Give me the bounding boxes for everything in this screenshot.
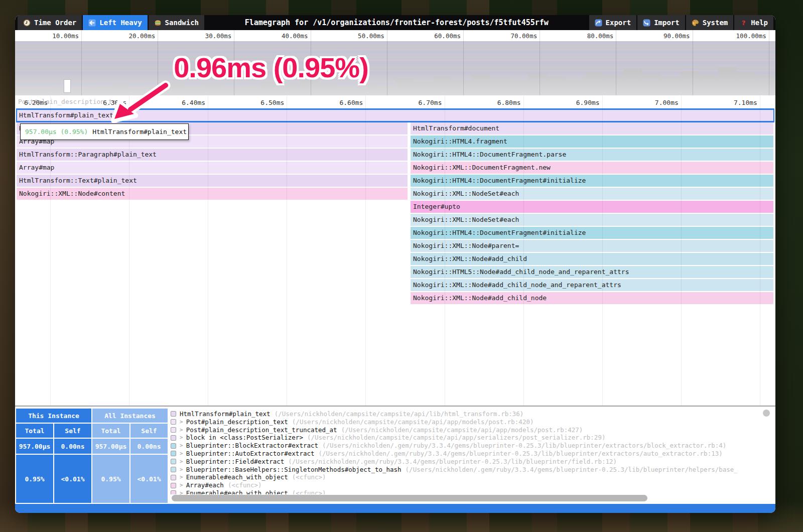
stats-col-header: Total (92, 424, 129, 438)
stats-value: 957.00µs (16, 439, 53, 454)
frame-color-swatch (171, 467, 176, 472)
annotation-arrow (104, 79, 180, 129)
child-chevron-icon: > (180, 473, 183, 481)
export-button[interactable]: Export (589, 15, 637, 30)
flame-bar[interactable]: Nokogiri::XML::Node#content (17, 188, 408, 200)
flame-bar[interactable]: Nokogiri::XML::NodeSet#each (411, 214, 773, 226)
stack-frame-name: block in <class:PostSerializer> (186, 434, 303, 442)
stack-list-row[interactable]: >Enumerable#each_with_object(<cfunc>) (171, 489, 771, 494)
action-label: Export (606, 19, 631, 27)
detail-tick-label: 6.80ms (497, 99, 521, 106)
flame-bar[interactable]: Nokogiri::XML::NodeSet#each (411, 188, 773, 200)
flame-bar[interactable]: Nokogiri::HTML4::DocumentFragment#initia… (411, 227, 773, 239)
action-label: Import (654, 19, 680, 27)
stats-this-instance-header[interactable]: This Instance (16, 409, 91, 423)
overview-tick-label: 40.00ms (282, 32, 308, 40)
stats-value: 957.00µs (92, 439, 129, 454)
stats-col-header: Self (130, 424, 168, 438)
flame-bar[interactable]: Nokogiri::XML::Node#add_child (411, 253, 773, 265)
horizontal-scrollbar[interactable] (172, 495, 647, 501)
frame-color-swatch (171, 435, 176, 441)
frame-label: HtmlTransform#plain_text (19, 111, 113, 119)
stack-list-row[interactable]: >Blueprinter::Field#extract(/Users/nickh… (171, 458, 771, 466)
overview-tick-mark (463, 30, 464, 41)
flame-bar[interactable]: Nokogiri::HTML4::DocumentFragment#initia… (411, 175, 773, 187)
action-label: Help (751, 19, 768, 27)
minimap-gridline (693, 41, 693, 95)
child-chevron-icon: > (180, 466, 183, 474)
stack-list-row[interactable]: >Blueprinter::BaseHelpers::SingletonMeth… (171, 466, 771, 474)
frame-color-swatch (171, 451, 176, 456)
frame-color-swatch (171, 419, 176, 425)
stats-col-header: Total (16, 424, 53, 438)
stack-list-row[interactable]: >Post#plain_description_text_truncated_a… (171, 426, 771, 434)
tab-label: Sandwich (165, 19, 199, 27)
minimap-gridline (463, 41, 464, 95)
tab-time-order[interactable]: Time Order (18, 15, 82, 30)
import-button[interactable]: Import (637, 15, 685, 30)
caller-stack-list: HtmlTransform#plain_text(/Users/nickhold… (171, 410, 771, 494)
titlebar: Time Order Left Heavy Sandwich Flamegr (15, 15, 775, 30)
tab-sandwich[interactable]: Sandwich (149, 15, 204, 30)
flame-bar[interactable]: Nokogiri::XML::Node#add_child_node (411, 292, 773, 304)
stack-list-row[interactable]: >Array#each(<cfunc>) (171, 481, 771, 489)
tab-left-heavy[interactable]: Left Heavy (83, 15, 147, 30)
stats-all-instances-header[interactable]: All Instances (92, 409, 168, 423)
tab-label: Left Heavy (99, 19, 142, 27)
flame-bar[interactable]: HtmlTransform::Paragraph#plain_text (17, 149, 408, 161)
stack-list-row[interactable]: >Blueprinter::BlockExtractor#extract(/Us… (171, 442, 771, 450)
frame-color-swatch (171, 427, 176, 433)
minimap-viewport-indicator[interactable] (64, 79, 71, 93)
stats-percent: 0.95% (16, 455, 53, 503)
window-title: Flamegraph for /v1/organizations/frontie… (204, 15, 589, 30)
flame-bar[interactable]: Nokogiri::HTML4::DocumentFragment.parse (411, 149, 773, 161)
palette-icon (692, 19, 699, 27)
import-icon (643, 19, 650, 27)
stack-frame-path: (/Users/nickholden/.gem/ruby/3.3.4/gems/… (288, 458, 617, 466)
flamegraph-canvas[interactable]: HtmlTransform#plain_text HArray#mapHtmlT… (15, 108, 775, 406)
flame-bar[interactable]: Array#map (17, 162, 408, 174)
flame-bar[interactable]: Nokogiri::XML::Node#add_child_node_and_r… (411, 279, 773, 291)
stats-table: This Instance All Instances Total Self T… (16, 409, 168, 503)
stats-col-header: Self (54, 424, 91, 438)
overview-tick-label: 10.00ms (52, 32, 79, 40)
stack-list-row[interactable]: HtmlTransform#plain_text(/Users/nickhold… (171, 410, 771, 418)
details-panel: This Instance All Instances Total Self T… (15, 406, 775, 504)
overview-tick-mark (158, 30, 158, 41)
stats-percent: <0.01% (54, 455, 91, 503)
detail-tick-label: 6.90ms (576, 99, 600, 106)
stack-list-row[interactable]: >block in <class:PostSerializer>(/Users/… (171, 434, 771, 442)
stack-list-row[interactable]: >Blueprinter::AutoExtractor#extract(/Use… (171, 450, 771, 458)
svg-text:?: ? (742, 19, 746, 27)
stack-list-row[interactable]: >Post#plain_description_text(/Users/nick… (171, 418, 771, 426)
overview-time-ruler: 10.00ms20.00ms30.00ms40.00ms50.00ms60.00… (15, 30, 775, 42)
minimap-gridline (81, 41, 82, 95)
stack-frame-name: Post#plain_description_text (186, 418, 288, 426)
stack-list-row[interactable]: >Enumerable#each_with_object(<cfunc>) (171, 473, 771, 481)
detail-tick-label: 7.00ms (655, 99, 679, 106)
action-label: System (703, 19, 728, 27)
flame-bar[interactable]: Nokogiri::XML::DocumentFragment.new (411, 162, 773, 174)
vertical-scroll-indicator[interactable] (763, 410, 770, 417)
flame-bar[interactable]: HtmlTransform#document (411, 122, 773, 135)
flame-bar[interactable]: Nokogiri::HTML5::Node#add_child_node_and… (411, 266, 773, 278)
overview-tick-label: 90.00ms (663, 32, 690, 40)
flame-bar[interactable]: HtmlTransform::Text#plain_text (17, 175, 408, 187)
stack-frame-name: Blueprinter::Field#extract (186, 458, 285, 466)
detail-tick-label: 6.70ms (419, 99, 442, 106)
overview-tick-mark (693, 30, 693, 41)
flame-bar[interactable]: Nokogiri::HTML4.fragment (411, 136, 773, 148)
overview-tick-label: 30.00ms (205, 32, 232, 40)
stack-frame-path: (<cfunc>) (228, 481, 262, 489)
system-button[interactable]: System (686, 15, 734, 30)
child-chevron-icon: > (180, 434, 183, 442)
left-arrow-icon (88, 19, 96, 27)
frame-color-swatch (171, 490, 176, 494)
help-button[interactable]: ? Help (734, 15, 773, 30)
flame-bar[interactable]: Integer#upto (411, 201, 773, 213)
stack-frame-path: (/Users/nickholden/.gem/ruby/3.3.4/gems/… (322, 442, 726, 450)
export-icon (595, 19, 602, 27)
flame-bar[interactable]: Nokogiri::XML::Node#parent= (411, 240, 773, 252)
stats-value: 0.00ns (54, 439, 91, 454)
overview-tick-label: 20.00ms (129, 32, 156, 40)
